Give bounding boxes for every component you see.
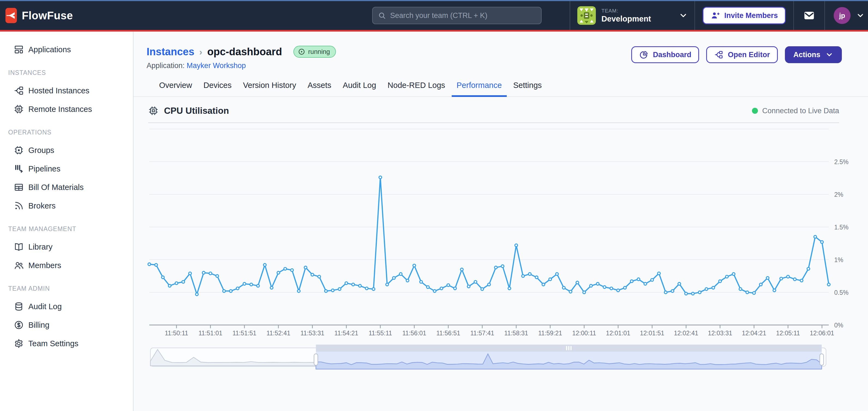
breadcrumb-instances-link[interactable]: Instances xyxy=(147,46,194,58)
data-point xyxy=(705,288,708,290)
data-point xyxy=(467,285,470,288)
branch-icon xyxy=(714,50,723,59)
page-title: opc-dashboard xyxy=(207,46,282,58)
cpu-chip-icon xyxy=(148,106,159,116)
actions-button[interactable]: Actions xyxy=(785,46,842,63)
data-point xyxy=(556,273,558,275)
x-tick-label: 11:51:01 xyxy=(198,330,223,337)
data-point xyxy=(501,265,504,268)
groups-icon xyxy=(13,145,24,156)
data-point xyxy=(549,278,551,281)
tab-performance[interactable]: Performance xyxy=(452,76,507,97)
search-input[interactable] xyxy=(390,11,536,20)
sidebar-item-label: Remote Instances xyxy=(28,105,92,114)
data-point xyxy=(291,269,293,271)
data-point xyxy=(168,284,171,287)
data-point xyxy=(359,284,361,287)
sidebar-item-pipelines[interactable]: Pipelines xyxy=(0,160,133,178)
team-search[interactable] xyxy=(372,7,541,24)
data-point xyxy=(454,287,456,290)
tab-settings[interactable]: Settings xyxy=(508,76,547,97)
sidebar-section: TEAM ADMINAudit LogBillingTeam Settings xyxy=(0,278,133,353)
tab-version-history[interactable]: Version History xyxy=(238,76,301,97)
navigator-grip-icon[interactable] xyxy=(570,346,571,350)
data-point xyxy=(481,288,484,290)
data-point xyxy=(814,235,816,238)
invite-members-button[interactable]: Invite Members xyxy=(703,7,786,24)
sidebar-item-audit-log[interactable]: Audit Log xyxy=(0,297,133,316)
data-point xyxy=(420,281,423,283)
data-point xyxy=(739,288,742,290)
y-tick-label: 1.5% xyxy=(834,224,848,231)
header-actions: Dashboard Open Editor Actions xyxy=(631,46,842,63)
user-menu[interactable]: jp xyxy=(825,7,868,24)
data-point xyxy=(719,280,721,282)
sidebar-section: TEAM MANAGEMENTLibraryMembers xyxy=(0,218,133,275)
x-tick-label: 11:58:31 xyxy=(504,330,528,337)
data-point xyxy=(270,286,273,289)
data-point xyxy=(427,286,429,288)
data-point xyxy=(760,283,762,286)
sidebar-section-header-operations: OPERATIONS xyxy=(0,122,133,141)
x-tick-label: 12:06:01 xyxy=(810,330,834,337)
sidebar-item-billing[interactable]: Billing xyxy=(0,316,133,334)
tab-overview[interactable]: Overview xyxy=(154,76,197,97)
flowfuse-logo[interactable]: FlowFuse xyxy=(5,8,73,23)
data-point xyxy=(413,264,416,267)
tab-audit-log[interactable]: Audit Log xyxy=(338,76,381,97)
data-point xyxy=(583,291,586,294)
data-point xyxy=(807,268,810,270)
data-point xyxy=(298,289,300,292)
sidebar-item-label: Members xyxy=(28,261,61,270)
navigator-grip-icon[interactable] xyxy=(566,346,567,350)
applications-icon xyxy=(13,44,24,55)
x-tick-label: 11:57:41 xyxy=(470,330,494,337)
sidebar-item-team-settings[interactable]: Team Settings xyxy=(0,334,133,353)
sidebar-item-remote-instances[interactable]: Remote Instances xyxy=(0,100,133,118)
open-editor-label: Open Editor xyxy=(728,50,770,59)
open-editor-button[interactable]: Open Editor xyxy=(706,46,778,63)
status-badge: running xyxy=(293,46,336,58)
x-tick-label: 12:02:41 xyxy=(674,330,698,337)
sidebar-item-hosted-instances[interactable]: Hosted Instances xyxy=(0,81,133,100)
tab-node-red-logs[interactable]: Node-RED Logs xyxy=(383,76,450,97)
navigator-grip-icon[interactable] xyxy=(568,346,569,350)
sidebar-item-members[interactable]: Members xyxy=(0,256,133,275)
sidebar-item-label: Brokers xyxy=(28,201,56,210)
data-point xyxy=(786,275,789,278)
data-point xyxy=(406,279,409,282)
sidebar-section-header-team-admin: TEAM ADMIN xyxy=(0,278,133,297)
sidebar-item-applications[interactable]: Applications xyxy=(0,40,133,59)
x-tick-label: 12:00:11 xyxy=(572,330,596,337)
team-selector[interactable]: TEAM: Development xyxy=(570,1,694,30)
data-point xyxy=(250,283,253,286)
application-link[interactable]: Mayker Workshop xyxy=(187,62,246,70)
data-point xyxy=(732,273,735,275)
pipelines-icon xyxy=(13,164,24,174)
tab-devices[interactable]: Devices xyxy=(198,76,237,97)
tab-assets[interactable]: Assets xyxy=(303,76,336,97)
team-label: TEAM: xyxy=(601,8,651,14)
data-point xyxy=(644,282,647,285)
data-point xyxy=(182,281,185,283)
sidebar-section: INSTANCESHosted InstancesRemote Instance… xyxy=(0,62,133,118)
notifications-button[interactable] xyxy=(794,9,825,22)
navigator-right-handle[interactable] xyxy=(820,354,824,365)
sidebar-item-groups[interactable]: Groups xyxy=(0,141,133,160)
sidebar-item-label: Groups xyxy=(28,146,54,155)
sidebar-item-bill-of-materials[interactable]: Bill Of Materials xyxy=(0,178,133,197)
main-content: Instances › opc-dashboard running Applic… xyxy=(133,32,868,411)
data-point xyxy=(399,273,402,275)
y-tick-label: 2% xyxy=(834,191,843,198)
library-icon xyxy=(13,242,24,252)
data-point xyxy=(522,275,524,277)
data-point xyxy=(345,282,348,284)
sidebar-item-brokers[interactable]: Brokers xyxy=(0,197,133,215)
data-point xyxy=(529,273,531,275)
data-point xyxy=(630,280,633,282)
sidebar-item-library[interactable]: Library xyxy=(0,238,133,256)
navigator-left-handle[interactable] xyxy=(314,354,318,365)
data-point xyxy=(671,289,674,292)
dashboard-button[interactable]: Dashboard xyxy=(631,46,699,63)
data-point xyxy=(773,289,776,292)
